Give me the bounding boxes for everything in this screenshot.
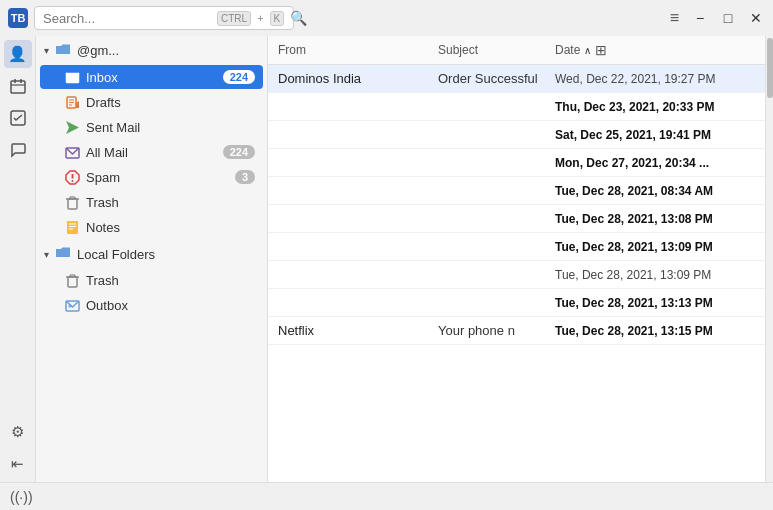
sidebar-item-trash[interactable]: Trash: [40, 190, 263, 214]
trash-icon: [64, 194, 80, 210]
column-date: Date ∧ ⊞: [555, 42, 755, 58]
svg-rect-22: [67, 221, 78, 234]
email-date: Tue, Dec 28, 2021, 13:09 PM: [555, 240, 755, 254]
local-outbox-label: Outbox: [86, 298, 255, 313]
svg-rect-26: [68, 277, 77, 287]
email-date: Tue, Dec 28, 2021, 13:15 PM: [555, 324, 755, 338]
sidebar-item-inbox[interactable]: Inbox 224: [40, 65, 263, 89]
scrollbar-rail[interactable]: [765, 36, 773, 482]
trash-label: Trash: [86, 195, 255, 210]
email-date: Mon, Dec 27, 2021, 20:34 ...: [555, 156, 755, 170]
email-date: Sat, Dec 25, 2021, 19:41 PM: [555, 128, 755, 142]
title-bar-left: TB CTRL + K 🔍: [8, 6, 294, 30]
date-label: Date: [555, 43, 580, 57]
sidebar-item-drafts[interactable]: Drafts: [40, 90, 263, 114]
email-row[interactable]: Dominos India Order Successful Wed, Dec …: [268, 65, 765, 93]
sidebar-item-sent[interactable]: Sent Mail: [40, 115, 263, 139]
menu-button[interactable]: ≡: [670, 9, 679, 27]
settings-button[interactable]: ⚙: [4, 418, 32, 446]
account-name: @gm...: [77, 43, 259, 58]
date-sort-icon[interactable]: ∧: [584, 45, 591, 56]
local-folders-expand-icon: ▾: [44, 249, 49, 260]
email-row[interactable]: Mon, Dec 27, 2021, 20:34 ...: [268, 149, 765, 177]
sidebar-item-calendar[interactable]: [4, 72, 32, 100]
email-list: From Subject Date ∧ ⊞ Dominos India Orde…: [268, 36, 765, 482]
sidebar-item-local-outbox[interactable]: Outbox: [40, 293, 263, 317]
sent-label: Sent Mail: [86, 120, 255, 135]
sidebar-item-local-trash[interactable]: Trash: [40, 268, 263, 292]
notes-icon: [64, 219, 80, 235]
local-folders-folder-icon: [55, 246, 71, 263]
account-row[interactable]: ▾ @gm...: [36, 36, 267, 64]
title-bar-right: ≡ − □ ✕: [670, 9, 765, 27]
email-row[interactable]: Tue, Dec 28, 2021, 13:08 PM: [268, 205, 765, 233]
spam-badge: 3: [235, 170, 255, 184]
close-button[interactable]: ✕: [747, 9, 765, 27]
notes-label: Notes: [86, 220, 255, 235]
account-expand-icon: ▾: [44, 45, 49, 56]
sidebar-item-notes[interactable]: Notes: [40, 215, 263, 239]
status-bar: ((·)): [0, 482, 773, 510]
account-folder-icon: [55, 42, 71, 58]
sidebar-item-allmail[interactable]: All Mail 224: [40, 140, 263, 164]
inbox-icon: [64, 69, 80, 85]
column-from: From: [278, 43, 438, 57]
email-from: Dominos India: [278, 71, 438, 86]
email-row[interactable]: Tue, Dec 28, 2021, 13:09 PM: [268, 233, 765, 261]
local-folders-label: Local Folders: [77, 247, 155, 262]
main-content: 👤 ⚙ ⇤ ▾: [0, 36, 773, 482]
local-trash-icon: [64, 272, 80, 288]
svg-point-16: [71, 180, 73, 182]
maximize-button[interactable]: □: [719, 9, 737, 27]
email-row[interactable]: Tue, Dec 28, 2021, 13:13 PM: [268, 289, 765, 317]
search-input[interactable]: [43, 11, 211, 26]
email-row[interactable]: Netflix Your phone n Tue, Dec 28, 2021, …: [268, 317, 765, 345]
svg-rect-17: [68, 199, 77, 209]
search-button[interactable]: 🔍: [290, 10, 307, 26]
email-row[interactable]: Sat, Dec 25, 2021, 19:41 PM: [268, 121, 765, 149]
inbox-label: Inbox: [86, 70, 217, 85]
email-date: Tue, Dec 28, 2021, 13:13 PM: [555, 296, 755, 310]
email-row[interactable]: Tue, Dec 28, 2021, 13:09 PM: [268, 261, 765, 289]
search-shortcut-k: K: [270, 11, 285, 26]
email-date: Tue, Dec 28, 2021, 13:09 PM: [555, 268, 755, 282]
icon-rail: 👤 ⚙ ⇤: [0, 36, 36, 482]
spam-label: Spam: [86, 170, 229, 185]
drafts-icon: [64, 94, 80, 110]
email-list-header: From Subject Date ∧ ⊞: [268, 36, 765, 65]
connectivity-icon: ((·)): [10, 489, 33, 505]
drafts-label: Drafts: [86, 95, 255, 110]
allmail-label: All Mail: [86, 145, 217, 160]
email-row[interactable]: Tue, Dec 28, 2021, 08:34 AM: [268, 177, 765, 205]
sidebar: ▾ @gm... Inbox 224: [36, 36, 268, 482]
inbox-badge: 224: [223, 70, 255, 84]
email-row[interactable]: Thu, Dec 23, 2021, 20:33 PM: [268, 93, 765, 121]
allmail-icon: [64, 144, 80, 160]
email-date: Wed, Dec 22, 2021, 19:27 PM: [555, 72, 755, 86]
search-bar: CTRL + K 🔍: [34, 6, 294, 30]
email-date: Tue, Dec 28, 2021, 13:08 PM: [555, 212, 755, 226]
window-controls: − □ ✕: [691, 9, 765, 27]
spam-icon: [64, 169, 80, 185]
outbox-icon: [64, 297, 80, 313]
title-bar: TB CTRL + K 🔍 ≡ − □ ✕: [0, 0, 773, 36]
scrollbar-thumb[interactable]: [767, 38, 773, 98]
email-rows: Dominos India Order Successful Wed, Dec …: [268, 65, 765, 482]
email-date: Tue, Dec 28, 2021, 08:34 AM: [555, 184, 755, 198]
sidebar-item-tasks[interactable]: [4, 104, 32, 132]
sent-icon: [64, 119, 80, 135]
app-icon: TB: [8, 8, 28, 28]
view-toggle-icon[interactable]: ⊞: [595, 42, 607, 58]
allmail-badge: 224: [223, 145, 255, 159]
search-plus: +: [257, 12, 263, 24]
sidebar-item-spam[interactable]: Spam 3: [40, 165, 263, 189]
sidebar-item-chat[interactable]: [4, 136, 32, 164]
minimize-button[interactable]: −: [691, 9, 709, 27]
local-folders-section[interactable]: ▾ Local Folders: [36, 240, 267, 267]
collapse-sidebar-button[interactable]: ⇤: [4, 450, 32, 478]
email-subject: Order Successful: [438, 71, 555, 86]
search-shortcut-ctrl: CTRL: [217, 11, 251, 26]
sidebar-item-account[interactable]: 👤: [4, 40, 32, 68]
email-from: Netflix: [278, 323, 438, 338]
svg-rect-0: [11, 81, 25, 93]
